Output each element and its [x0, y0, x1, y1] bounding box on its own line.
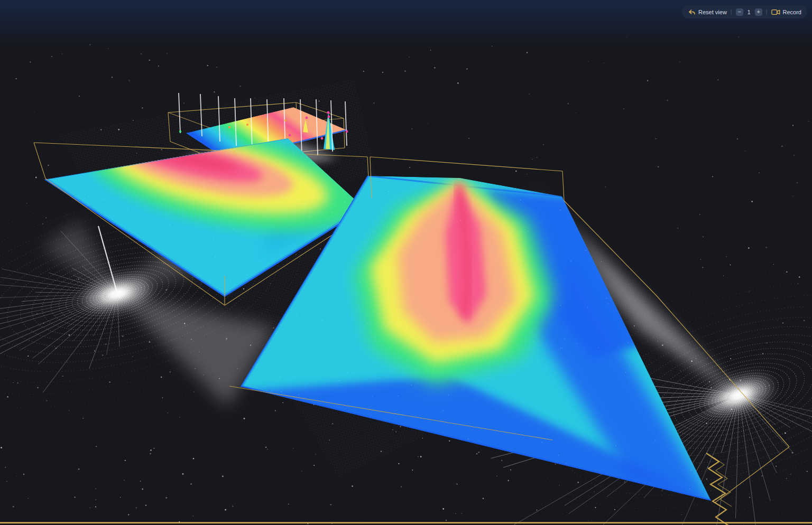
video-camera-icon [771, 9, 780, 15]
toolbar-separator: | [765, 9, 768, 15]
viewport-toolbar: Reset view | − 1 + | Record [682, 5, 807, 18]
zoom-in-button[interactable]: + [755, 8, 762, 16]
record-button[interactable]: Record [771, 9, 801, 15]
ground-baseline [0, 522, 812, 524]
toolbar-separator: | [730, 9, 733, 15]
record-label: Record [783, 9, 801, 15]
viewport-3d[interactable] [0, 0, 812, 525]
reset-view-button[interactable]: Reset view [688, 8, 727, 15]
undo-arrow-icon [688, 8, 696, 15]
zoom-out-button[interactable]: − [736, 8, 743, 16]
zoom-level: 1 [746, 9, 752, 15]
reset-view-label: Reset view [698, 9, 727, 15]
